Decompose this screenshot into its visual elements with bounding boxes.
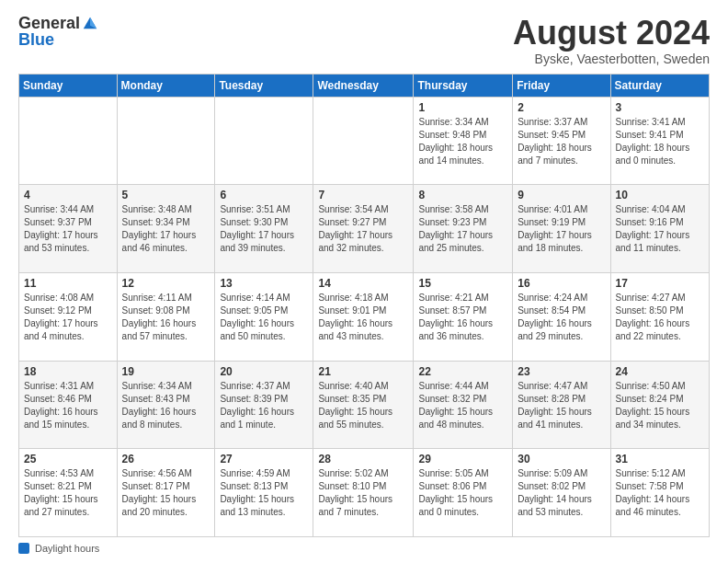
col-wednesday: Wednesday: [313, 74, 414, 97]
day-info: Sunrise: 4:08 AMSunset: 9:12 PMDaylight:…: [24, 292, 112, 343]
day-info: Sunrise: 3:44 AMSunset: 9:37 PMDaylight:…: [24, 203, 112, 255]
day-number: 29: [418, 453, 507, 465]
calendar-table: Sunday Monday Tuesday Wednesday Thursday…: [18, 74, 710, 537]
calendar-week-row: 18Sunrise: 4:31 AMSunset: 8:46 PMDayligh…: [19, 361, 710, 449]
daylight-label: Daylight hours: [35, 543, 99, 554]
table-row: 12Sunrise: 4:11 AMSunset: 9:08 PMDayligh…: [117, 272, 215, 361]
table-row: 30Sunrise: 5:09 AMSunset: 8:02 PMDayligh…: [513, 449, 610, 537]
day-info: Sunrise: 4:21 AMSunset: 8:57 PMDaylight:…: [418, 292, 507, 343]
day-info: Sunrise: 3:48 AMSunset: 9:34 PMDaylight:…: [122, 203, 210, 255]
day-info: Sunrise: 5:02 AMSunset: 8:10 PMDaylight:…: [318, 467, 408, 519]
col-monday: Monday: [117, 74, 215, 97]
subtitle: Byske, Vaesterbotten, Sweden: [513, 52, 710, 66]
table-row: 18Sunrise: 4:31 AMSunset: 8:46 PMDayligh…: [19, 361, 118, 449]
day-number: 11: [24, 277, 112, 290]
day-info: Sunrise: 3:41 AMSunset: 9:41 PMDaylight:…: [616, 116, 704, 167]
table-row: 25Sunrise: 4:53 AMSunset: 8:21 PMDayligh…: [19, 449, 118, 537]
table-row: 5Sunrise: 3:48 AMSunset: 9:34 PMDaylight…: [117, 185, 215, 273]
logo-general-text: General: [18, 15, 80, 31]
day-number: 10: [616, 189, 704, 201]
day-number: 7: [318, 189, 408, 201]
table-row: [117, 97, 215, 185]
table-row: 9Sunrise: 4:01 AMSunset: 9:19 PMDaylight…: [513, 185, 610, 273]
day-number: 14: [318, 277, 408, 290]
day-info: Sunrise: 4:44 AMSunset: 8:32 PMDaylight:…: [418, 380, 507, 431]
day-number: 25: [24, 453, 112, 465]
table-row: 24Sunrise: 4:50 AMSunset: 8:24 PMDayligh…: [610, 361, 709, 449]
day-number: 31: [616, 453, 704, 465]
day-number: 12: [122, 277, 210, 290]
table-row: 1Sunrise: 3:34 AMSunset: 9:48 PMDaylight…: [414, 97, 513, 185]
day-info: Sunrise: 4:04 AMSunset: 9:16 PMDaylight:…: [616, 203, 704, 255]
day-info: Sunrise: 4:59 AMSunset: 8:13 PMDaylight:…: [220, 467, 308, 519]
day-number: 15: [418, 277, 507, 290]
day-info: Sunrise: 3:58 AMSunset: 9:23 PMDaylight:…: [418, 203, 507, 255]
table-row: 17Sunrise: 4:27 AMSunset: 8:50 PMDayligh…: [610, 272, 709, 361]
day-info: Sunrise: 3:54 AMSunset: 9:27 PMDaylight:…: [318, 203, 408, 255]
day-info: Sunrise: 5:05 AMSunset: 8:06 PMDaylight:…: [418, 467, 507, 519]
day-number: 8: [418, 189, 507, 201]
day-info: Sunrise: 4:18 AMSunset: 9:01 PMDaylight:…: [318, 292, 408, 343]
day-number: 16: [518, 277, 605, 290]
day-info: Sunrise: 3:37 AMSunset: 9:45 PMDaylight:…: [518, 116, 605, 167]
day-number: 1: [418, 101, 507, 114]
day-number: 22: [418, 365, 507, 378]
table-row: [215, 97, 313, 185]
calendar-week-row: 4Sunrise: 3:44 AMSunset: 9:37 PMDaylight…: [19, 185, 710, 273]
day-info: Sunrise: 4:27 AMSunset: 8:50 PMDaylight:…: [616, 292, 704, 343]
day-number: 28: [318, 453, 408, 465]
day-number: 21: [318, 365, 408, 378]
table-row: 15Sunrise: 4:21 AMSunset: 8:57 PMDayligh…: [414, 272, 513, 361]
main-title: August 2024: [513, 15, 710, 52]
logo-icon: [82, 15, 98, 31]
day-info: Sunrise: 4:01 AMSunset: 9:19 PMDaylight:…: [518, 203, 605, 255]
day-number: 9: [518, 189, 605, 201]
day-number: 20: [220, 365, 308, 378]
col-sunday: Sunday: [19, 74, 118, 97]
table-row: 23Sunrise: 4:47 AMSunset: 8:28 PMDayligh…: [513, 361, 610, 449]
day-info: Sunrise: 4:47 AMSunset: 8:28 PMDaylight:…: [518, 380, 605, 431]
table-row: 20Sunrise: 4:37 AMSunset: 8:39 PMDayligh…: [215, 361, 313, 449]
table-row: 16Sunrise: 4:24 AMSunset: 8:54 PMDayligh…: [513, 272, 610, 361]
day-info: Sunrise: 4:40 AMSunset: 8:35 PMDaylight:…: [318, 380, 408, 431]
col-saturday: Saturday: [610, 74, 709, 97]
day-info: Sunrise: 3:34 AMSunset: 9:48 PMDaylight:…: [418, 116, 507, 167]
table-row: 29Sunrise: 5:05 AMSunset: 8:06 PMDayligh…: [414, 449, 513, 537]
table-row: 28Sunrise: 5:02 AMSunset: 8:10 PMDayligh…: [313, 449, 414, 537]
calendar-week-row: 11Sunrise: 4:08 AMSunset: 9:12 PMDayligh…: [19, 272, 710, 361]
calendar-week-row: 25Sunrise: 4:53 AMSunset: 8:21 PMDayligh…: [19, 449, 710, 537]
day-number: 19: [122, 365, 210, 378]
table-row: 4Sunrise: 3:44 AMSunset: 9:37 PMDaylight…: [19, 185, 118, 273]
logo: General Blue: [18, 15, 98, 48]
day-number: 5: [122, 189, 210, 201]
table-row: 3Sunrise: 3:41 AMSunset: 9:41 PMDaylight…: [610, 97, 709, 185]
day-info: Sunrise: 4:31 AMSunset: 8:46 PMDaylight:…: [24, 380, 112, 431]
table-row: 2Sunrise: 3:37 AMSunset: 9:45 PMDaylight…: [513, 97, 610, 185]
day-number: 27: [220, 453, 308, 465]
table-row: 19Sunrise: 4:34 AMSunset: 8:43 PMDayligh…: [117, 361, 215, 449]
day-number: 17: [616, 277, 704, 290]
day-number: 26: [122, 453, 210, 465]
page: General Blue August 2024 Byske, Vaesterb…: [0, 0, 728, 563]
day-info: Sunrise: 4:53 AMSunset: 8:21 PMDaylight:…: [24, 467, 112, 519]
table-row: 13Sunrise: 4:14 AMSunset: 9:05 PMDayligh…: [215, 272, 313, 361]
daylight-dot: [18, 543, 29, 554]
table-row: 22Sunrise: 4:44 AMSunset: 8:32 PMDayligh…: [414, 361, 513, 449]
day-info: Sunrise: 5:12 AMSunset: 7:58 PMDaylight:…: [616, 467, 704, 519]
table-row: [19, 97, 118, 185]
day-number: 3: [616, 101, 704, 114]
day-number: 24: [616, 365, 704, 378]
logo-blue-text: Blue: [18, 30, 54, 49]
table-row: 10Sunrise: 4:04 AMSunset: 9:16 PMDayligh…: [610, 185, 709, 273]
title-block: August 2024 Byske, Vaesterbotten, Sweden: [513, 15, 710, 66]
day-info: Sunrise: 3:51 AMSunset: 9:30 PMDaylight:…: [220, 203, 308, 255]
table-row: 11Sunrise: 4:08 AMSunset: 9:12 PMDayligh…: [19, 272, 118, 361]
col-tuesday: Tuesday: [215, 74, 313, 97]
col-thursday: Thursday: [414, 74, 513, 97]
calendar-week-row: 1Sunrise: 3:34 AMSunset: 9:48 PMDaylight…: [19, 97, 710, 185]
table-row: 21Sunrise: 4:40 AMSunset: 8:35 PMDayligh…: [313, 361, 414, 449]
day-number: 4: [24, 189, 112, 201]
table-row: 7Sunrise: 3:54 AMSunset: 9:27 PMDaylight…: [313, 185, 414, 273]
table-row: 26Sunrise: 4:56 AMSunset: 8:17 PMDayligh…: [117, 449, 215, 537]
col-friday: Friday: [513, 74, 610, 97]
